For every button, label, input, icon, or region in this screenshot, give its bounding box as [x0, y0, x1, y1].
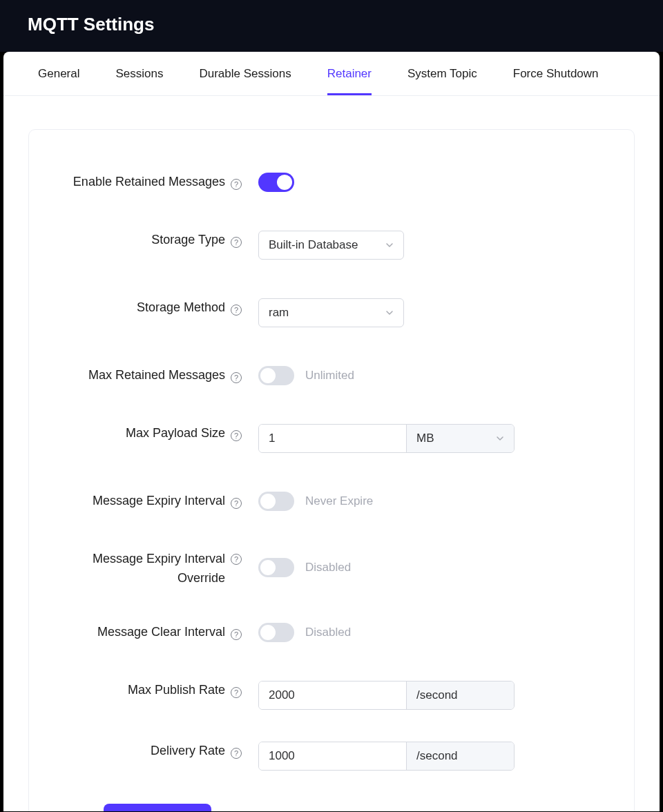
label-enable-retained: Enable Retained Messages — [73, 173, 225, 192]
input-group-max-publish-rate: /second — [258, 681, 515, 710]
label-storage-method: Storage Method — [137, 298, 225, 318]
row-max-publish-rate: Max Publish Rate ? /second — [50, 677, 613, 710]
help-icon[interactable]: ? — [231, 237, 242, 248]
help-icon[interactable]: ? — [231, 554, 242, 565]
select-value: ram — [269, 306, 289, 320]
row-expiry-override: Message Expiry Interval Override ? Disab… — [50, 545, 613, 588]
hint-expiry-interval: Never Expire — [305, 494, 373, 508]
toggle-enable-retained[interactable] — [258, 173, 294, 192]
tab-force-shutdown[interactable]: Force Shutdown — [513, 52, 599, 95]
help-icon[interactable]: ? — [231, 179, 242, 190]
unit-select-max-payload[interactable]: MB — [406, 425, 514, 452]
label-expiry-override: Message Expiry Interval Override — [50, 550, 225, 588]
chevron-down-icon — [385, 309, 394, 317]
label-max-payload: Max Payload Size — [126, 424, 225, 443]
label-expiry-interval: Message Expiry Interval — [93, 492, 225, 511]
row-delivery-rate: Delivery Rate ? /second — [50, 737, 613, 771]
actions-row: Save Changes — [50, 804, 613, 811]
tabs: General Sessions Durable Sessions Retain… — [3, 52, 660, 96]
row-enable-retained: Enable Retained Messages ? — [50, 168, 613, 192]
toggle-clear-interval[interactable] — [258, 623, 294, 642]
row-storage-type: Storage Type ? Built-in Database — [50, 226, 613, 260]
label-delivery-rate: Delivery Rate — [151, 742, 225, 761]
row-storage-method: Storage Method ? ram — [50, 294, 613, 327]
input-max-publish-rate[interactable] — [259, 682, 406, 709]
help-icon[interactable]: ? — [231, 430, 242, 441]
page-title: MQTT Settings — [28, 14, 635, 35]
row-max-retained: Max Retained Messages ? Unlimited — [50, 362, 613, 385]
toggle-expiry-override[interactable] — [258, 558, 294, 577]
tab-system-topic[interactable]: System Topic — [407, 52, 477, 95]
input-max-payload[interactable] — [259, 425, 406, 452]
page-header: MQTT Settings — [0, 0, 663, 52]
toggle-max-retained[interactable] — [258, 366, 294, 385]
unit-value: /second — [416, 688, 458, 702]
tab-sessions[interactable]: Sessions — [115, 52, 163, 95]
save-button[interactable]: Save Changes — [104, 804, 211, 811]
chevron-down-icon — [385, 241, 394, 249]
help-icon[interactable]: ? — [231, 304, 242, 316]
select-value: Built-in Database — [269, 238, 358, 252]
settings-panel: Enable Retained Messages ? Storage Type … — [28, 129, 635, 811]
input-group-max-payload: MB — [258, 424, 515, 453]
tab-general[interactable]: General — [38, 52, 79, 95]
unit-value: MB — [416, 432, 434, 445]
hint-expiry-override: Disabled — [305, 561, 351, 574]
chevron-down-icon — [496, 434, 504, 443]
row-expiry-interval: Message Expiry Interval ? Never Expire — [50, 487, 613, 511]
input-delivery-rate[interactable] — [259, 742, 406, 770]
content: General Sessions Durable Sessions Retain… — [3, 52, 660, 811]
label-storage-type: Storage Type — [151, 231, 225, 250]
label-clear-interval: Message Clear Interval — [97, 623, 225, 642]
input-group-delivery-rate: /second — [258, 742, 515, 771]
hint-clear-interval: Disabled — [305, 626, 351, 639]
label-max-retained: Max Retained Messages — [88, 366, 225, 385]
select-storage-type[interactable]: Built-in Database — [258, 231, 404, 260]
unit-value: /second — [416, 749, 458, 763]
help-icon[interactable]: ? — [231, 629, 242, 640]
unit-max-publish-rate: /second — [406, 682, 514, 709]
tab-durable-sessions[interactable]: Durable Sessions — [199, 52, 291, 95]
select-storage-method[interactable]: ram — [258, 298, 404, 327]
row-clear-interval: Message Clear Interval ? Disabled — [50, 619, 613, 642]
toggle-expiry-interval[interactable] — [258, 492, 294, 511]
help-icon[interactable]: ? — [231, 498, 242, 509]
unit-delivery-rate: /second — [406, 742, 514, 770]
hint-max-retained: Unlimited — [305, 369, 354, 383]
row-max-payload: Max Payload Size ? MB — [50, 420, 613, 453]
help-icon[interactable]: ? — [231, 372, 242, 383]
help-icon[interactable]: ? — [231, 687, 242, 698]
help-icon[interactable]: ? — [231, 748, 242, 759]
label-max-publish-rate: Max Publish Rate — [128, 681, 225, 700]
tab-retainer[interactable]: Retainer — [327, 52, 372, 95]
